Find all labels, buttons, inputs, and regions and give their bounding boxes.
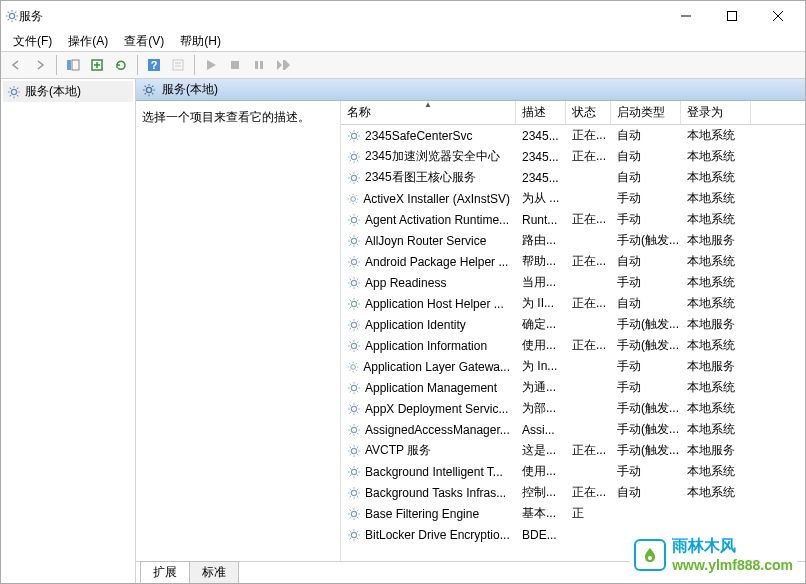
table-row[interactable]: Agent Activation Runtime...Runt...正在...手… xyxy=(341,209,805,230)
tab-standard[interactable]: 标准 xyxy=(189,561,239,583)
svg-point-21 xyxy=(351,175,356,180)
svg-point-34 xyxy=(351,448,356,453)
app-icon xyxy=(5,9,19,23)
back-button[interactable] xyxy=(5,54,27,76)
service-startup: 手动 xyxy=(611,358,681,375)
service-logon: 本地系统 xyxy=(681,211,751,228)
service-logon: 本地系统 xyxy=(681,253,751,270)
service-logon: 本地系统 xyxy=(681,169,751,186)
gear-icon xyxy=(347,318,361,332)
svg-point-18 xyxy=(146,87,151,92)
menu-help[interactable]: 帮助(H) xyxy=(172,31,229,52)
forward-button[interactable] xyxy=(29,54,51,76)
service-name: Background Intelligent T... xyxy=(365,465,503,479)
gear-icon xyxy=(347,255,361,269)
table-row[interactable]: Application Identity确定...手动(触发...本地服务 xyxy=(341,314,805,335)
gear-icon xyxy=(347,486,361,500)
tree-root-item[interactable]: 服务(本地) xyxy=(3,81,133,102)
col-logon[interactable]: 登录为 xyxy=(681,101,751,124)
pause-button[interactable] xyxy=(248,54,270,76)
svg-point-23 xyxy=(351,217,356,222)
gear-icon xyxy=(347,129,361,143)
gear-icon xyxy=(347,402,361,416)
show-hide-tree-button[interactable] xyxy=(62,54,84,76)
table-row[interactable]: Background Tasks Infras...控制...正在...自动本地… xyxy=(341,482,805,503)
table-row[interactable]: 2345SafeCenterSvc2345...正在...自动本地系统 xyxy=(341,125,805,146)
menu-action[interactable]: 操作(A) xyxy=(60,31,116,52)
col-startup[interactable]: 启动类型 xyxy=(611,101,681,124)
gear-icon xyxy=(347,297,361,311)
table-row[interactable]: Application Host Helper ...为 II...正在...自… xyxy=(341,293,805,314)
col-description[interactable]: 描述 xyxy=(516,101,566,124)
close-button[interactable] xyxy=(755,1,801,31)
service-status: 正 xyxy=(566,505,611,522)
service-name: Base Filtering Engine xyxy=(365,507,479,521)
services-list: 名称 ▲ 描述 状态 启动类型 登录为 2345SafeCenterSvc234… xyxy=(341,101,805,561)
service-status: 正在... xyxy=(566,295,611,312)
service-name: App Readiness xyxy=(365,276,446,290)
table-row[interactable]: Application Management为通...手动本地系统 xyxy=(341,377,805,398)
tree-root-label: 服务(本地) xyxy=(25,83,81,100)
table-row[interactable]: AVCTP 服务这是...正在...手动(触发...本地服务 xyxy=(341,440,805,461)
table-row[interactable]: 2345看图王核心服务2345...自动本地系统 xyxy=(341,167,805,188)
menu-file[interactable]: 文件(F) xyxy=(5,31,60,52)
maximize-button[interactable] xyxy=(709,1,755,31)
table-row[interactable]: Background Intelligent T...使用...手动本地系统 xyxy=(341,461,805,482)
tab-extended[interactable]: 扩展 xyxy=(140,561,190,583)
service-logon: 本地系统 xyxy=(681,463,751,480)
table-row[interactable]: ActiveX Installer (AxInstSV)为从 ...手动本地系统 xyxy=(341,188,805,209)
col-status[interactable]: 状态 xyxy=(566,101,611,124)
watermark-text2: www.ylmf888.com xyxy=(672,557,793,573)
table-row[interactable]: Application Information使用...正在...手动(触发..… xyxy=(341,335,805,356)
minimize-button[interactable] xyxy=(663,1,709,31)
service-logon: 本地系统 xyxy=(681,295,751,312)
table-row[interactable]: AllJoyn Router Service路由...手动(触发...本地服务 xyxy=(341,230,805,251)
service-name: BitLocker Drive Encryptio... xyxy=(365,528,510,542)
svg-point-37 xyxy=(351,511,356,516)
stop-button[interactable] xyxy=(224,54,246,76)
service-logon: 本地系统 xyxy=(681,274,751,291)
col-name[interactable]: 名称 ▲ xyxy=(341,101,516,124)
help-button[interactable]: ? xyxy=(143,54,165,76)
service-name: Application Information xyxy=(365,339,487,353)
service-name: 2345看图王核心服务 xyxy=(365,169,476,186)
start-button[interactable] xyxy=(200,54,222,76)
export-button[interactable] xyxy=(86,54,108,76)
gear-icon xyxy=(347,465,361,479)
service-startup: 自动 xyxy=(611,484,681,501)
svg-point-39 xyxy=(648,556,652,560)
gear-icon xyxy=(347,423,361,437)
service-logon: 本地系统 xyxy=(681,484,751,501)
restart-button[interactable] xyxy=(272,54,294,76)
table-row[interactable]: AssignedAccessManager...Assi...手动(触发...本… xyxy=(341,419,805,440)
table-row[interactable]: Android Package Helper ...帮助...正在...自动本地… xyxy=(341,251,805,272)
service-desc: 基本... xyxy=(516,505,566,522)
service-desc: 2345... xyxy=(516,150,566,164)
service-desc: Runt... xyxy=(516,213,566,227)
gear-icon xyxy=(347,381,361,395)
table-row[interactable]: App Readiness当用...手动本地系统 xyxy=(341,272,805,293)
service-startup: 手动(触发... xyxy=(611,337,681,354)
service-startup: 手动(触发... xyxy=(611,421,681,438)
list-body[interactable]: 2345SafeCenterSvc2345...正在...自动本地系统2345加… xyxy=(341,125,805,561)
table-row[interactable]: Application Layer Gatewa...为 In...手动本地服务 xyxy=(341,356,805,377)
menu-view[interactable]: 查看(V) xyxy=(116,31,172,52)
service-logon: 本地服务 xyxy=(681,232,751,249)
sort-asc-icon: ▲ xyxy=(424,101,432,109)
service-startup: 手动(触发... xyxy=(611,232,681,249)
table-row[interactable]: Base Filtering Engine基本...正 xyxy=(341,503,805,524)
service-startup: 手动(触发... xyxy=(611,442,681,459)
table-row[interactable]: 2345加速浏览器安全中心2345...正在...自动本地系统 xyxy=(341,146,805,167)
gear-icon xyxy=(347,213,361,227)
list-header: 名称 ▲ 描述 状态 启动类型 登录为 xyxy=(341,101,805,125)
service-status: 正在... xyxy=(566,484,611,501)
properties-button[interactable] xyxy=(167,54,189,76)
gear-icon xyxy=(347,339,361,353)
table-row[interactable]: AppX Deployment Servic...为部...手动(触发...本地… xyxy=(341,398,805,419)
service-logon: 本地系统 xyxy=(681,337,751,354)
service-name: Background Tasks Infras... xyxy=(365,486,506,500)
svg-rect-14 xyxy=(255,61,258,69)
service-logon: 本地服务 xyxy=(681,442,751,459)
service-desc: 为通... xyxy=(516,379,566,396)
refresh-button[interactable] xyxy=(110,54,132,76)
